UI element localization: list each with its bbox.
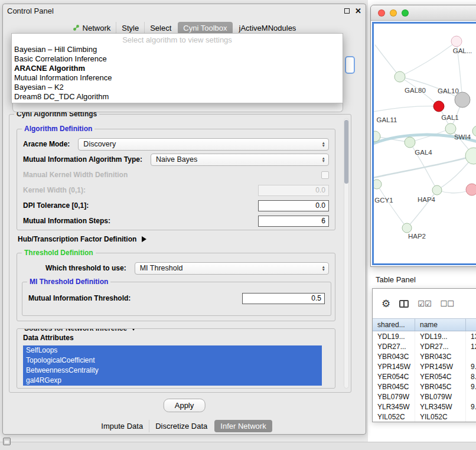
apply-button[interactable]: Apply: [164, 399, 206, 412]
dpi-tolerance-field[interactable]: 0.0: [258, 200, 329, 211]
table-cell: YIL052C: [415, 412, 466, 422]
deselect-all-icon[interactable]: ☐☐: [441, 299, 454, 308]
close-traffic-light[interactable]: [378, 9, 385, 17]
dpi-tolerance-label: DPI Tolerance [0,1]:: [23, 201, 89, 210]
column-header-name[interactable]: name: [415, 319, 466, 331]
mi-threshold-field[interactable]: 0.5: [242, 293, 325, 304]
attribute-item-gal4rgexp[interactable]: gal4RGexp: [23, 376, 322, 386]
column-header-extra[interactable]: [466, 319, 476, 331]
table-cell: 9.: [466, 361, 476, 371]
algorithm-option-basic-correlation-inference[interactable]: Basic Correlation Inference: [12, 54, 343, 64]
which-threshold-combo[interactable]: MI Threshold ▲▼: [135, 262, 329, 275]
network-node[interactable]: [395, 71, 405, 82]
popup-placeholder: Select algorithm to view settings: [12, 35, 343, 45]
tab-label: Style: [122, 24, 139, 32]
network-edge[interactable]: [374, 156, 474, 178]
network-node[interactable]: [445, 123, 456, 134]
table-row[interactable]: YPR145WYPR145W9.: [373, 361, 476, 371]
tab-style[interactable]: Style: [116, 22, 144, 34]
minimized-panel-icon[interactable]: [3, 438, 11, 445]
algorithm-option-bayesian-hill-climbing[interactable]: Bayesian – Hill Climbing: [12, 45, 343, 54]
table-cell: YDL19...: [373, 331, 415, 341]
network-node[interactable]: [402, 223, 412, 233]
mi-steps-row: Mutual Information Steps: 6: [17, 213, 335, 229]
zoom-traffic-light[interactable]: [402, 9, 409, 17]
attribute-item-topologicalcoefficient[interactable]: TopologicalCoefficient: [23, 356, 322, 366]
network-node[interactable]: [374, 180, 382, 189]
table-cell: 12: [466, 341, 476, 351]
table-cell: YBR045C: [373, 381, 415, 392]
table-cell: YBR043C: [415, 351, 466, 361]
network-node[interactable]: [451, 36, 462, 47]
mi-type-combo[interactable]: Naive Bayes ▲▼: [151, 154, 329, 166]
hub-definition-label: Hub/Transcription Factor Definition: [18, 235, 136, 243]
node-label-gal4: GAL4: [415, 149, 432, 156]
node-label-swi4: SWI4: [454, 133, 471, 141]
network-node[interactable]: [472, 126, 476, 136]
threshold-definition-title: Threshold Definition: [22, 249, 96, 257]
table-row[interactable]: YER054CYER054C8.: [373, 371, 476, 381]
mi-type-row: Mutual Information Algorithm Type: Naive…: [17, 152, 335, 167]
attribute-item-betweennesscentrality[interactable]: BetweennessCentrality: [23, 366, 322, 376]
tab-select[interactable]: Select: [144, 22, 177, 34]
mi-steps-field[interactable]: 6: [258, 216, 329, 227]
tab-network[interactable]: Network: [67, 22, 116, 34]
settings-scrollbar[interactable]: [344, 118, 349, 389]
table-row[interactable]: YBL079WYBL079W: [373, 392, 476, 402]
table-row[interactable]: YIL052CYIL052C: [373, 412, 476, 422]
window-controls: ✕: [344, 7, 361, 15]
bottom-tab-discretize-data[interactable]: Discretize Data: [149, 420, 213, 432]
node-label-gal10: GAL10: [438, 87, 459, 94]
float-window-icon[interactable]: [344, 8, 350, 14]
column-header-shared[interactable]: shared...: [373, 319, 415, 331]
attribute-item-selfloops[interactable]: SelfLoops: [23, 345, 322, 356]
tab-jactivemnodules[interactable]: jActiveMNodules: [234, 22, 302, 34]
which-threshold-value: MI Threshold: [140, 264, 183, 272]
table-body: YDL19...YDL19...13YDR27...YDR27...12YBR0…: [373, 331, 476, 422]
columns-icon[interactable]: [399, 300, 409, 308]
table-header: shared...name: [373, 318, 476, 331]
aracne-mode-combo[interactable]: Discovery ▲▼: [78, 138, 329, 151]
network-node[interactable]: [465, 148, 476, 164]
table-cell: 13: [466, 331, 476, 341]
scrollbar-thumb[interactable]: [344, 120, 348, 184]
network-edge[interactable]: [400, 41, 457, 77]
minimize-traffic-light[interactable]: [390, 9, 397, 17]
hub-definition-expander[interactable]: Hub/Transcription Factor Definition: [18, 235, 146, 243]
algorithm-option-mutual-information-inference[interactable]: Mutual Information Inference: [12, 73, 343, 83]
sources-group-title-row[interactable]: Sources for Network Inference: [22, 328, 139, 332]
network-node[interactable]: [432, 185, 442, 195]
table-cell: YBR043C: [373, 351, 415, 361]
gear-icon[interactable]: ⚙: [382, 299, 390, 309]
bottom-tab-infer-network[interactable]: Infer Network: [214, 420, 272, 432]
network-node[interactable]: [466, 184, 476, 195]
select-all-icon[interactable]: ☑☑: [418, 299, 431, 308]
node-label-gal: GAL...: [453, 47, 472, 54]
tab-cyni-toolbox[interactable]: Cyni Toolbox: [178, 22, 232, 34]
sources-group-title: Sources for Network Inference: [24, 328, 127, 332]
algorithm-option-bayesian-k2[interactable]: Bayesian – K2: [12, 83, 343, 92]
network-edge[interactable]: [377, 184, 407, 228]
table-cell: 8.: [466, 371, 476, 381]
table-row[interactable]: YBR045CYBR045C9.: [373, 381, 476, 392]
algorithm-dropdown-popup: Select algorithm to view settings Bayesi…: [11, 33, 343, 103]
table-panel-label: Table Panel: [376, 275, 416, 284]
combo-stepper-icon: ▲▼: [322, 156, 325, 163]
network-node[interactable]: [433, 101, 444, 112]
table-row[interactable]: YDL19...YDL19...13: [373, 331, 476, 341]
network-icon: [73, 24, 80, 31]
bottom-tab-impute-data[interactable]: Impute Data: [95, 420, 149, 432]
algorithm-option-dream8-dc-tdc-algorithm[interactable]: Dream8 DC_TDC Algorithm: [12, 92, 343, 102]
network-edge[interactable]: [374, 106, 439, 112]
close-icon[interactable]: ✕: [355, 7, 361, 15]
table-row[interactable]: YLR345WYLR345W9.: [373, 402, 476, 412]
algorithm-option-aracne-algorithm[interactable]: ARACNE Algorithm: [12, 64, 343, 73]
table-cell: YER054C: [373, 371, 415, 381]
node-label-gal80: GAL80: [405, 87, 426, 94]
table-row[interactable]: YBR043CYBR043C: [373, 351, 476, 361]
network-edge[interactable]: [375, 45, 400, 77]
network-node[interactable]: [405, 137, 415, 148]
network-canvas[interactable]: GAL...GAL80GAL10GAL11GAL1SWI4GAL4GCY1HAP…: [374, 24, 476, 265]
control-panel-window: Control Panel ✕ NetworkStyleSelectCyni T…: [2, 4, 366, 435]
table-row[interactable]: YDR27...YDR27...12: [373, 341, 476, 351]
